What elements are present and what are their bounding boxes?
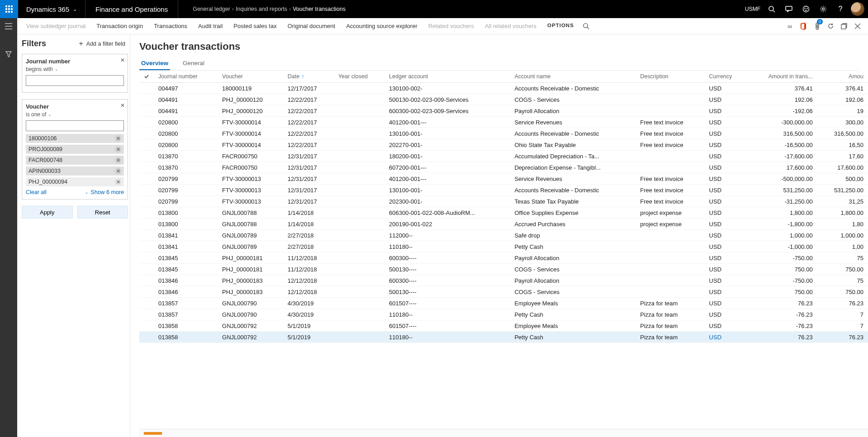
filter-value-input[interactable] <box>26 120 124 131</box>
row-select-cell[interactable] <box>139 275 154 286</box>
breadcrumb-item[interactable]: General ledger <box>193 6 230 12</box>
filter-pill[interactable]: FACR000748✕ <box>26 156 124 165</box>
tab-general[interactable]: General <box>181 57 206 70</box>
funnel-icon[interactable] <box>0 46 17 62</box>
table-row[interactable]: 00449718000011912/17/2017130100-002-Acco… <box>139 83 868 94</box>
column-header[interactable]: Account name <box>510 71 636 83</box>
table-row[interactable]: 020799FTV-3000001312/31/2017202300-001-T… <box>139 196 868 207</box>
apply-button[interactable]: Apply <box>22 206 73 218</box>
filter-pill[interactable]: APIN000033✕ <box>26 166 124 176</box>
row-select-cell[interactable] <box>139 151 154 162</box>
row-select-cell[interactable] <box>139 83 154 94</box>
column-header[interactable]: Year closed <box>334 71 384 83</box>
filter-operator-dropdown[interactable]: begins with⌄ <box>26 66 58 72</box>
breadcrumb-item[interactable]: Voucher transactions <box>293 6 346 12</box>
refresh-icon[interactable] <box>824 18 837 34</box>
filter-pill[interactable]: 180000106✕ <box>26 134 124 143</box>
column-header[interactable]: Voucher <box>218 71 283 83</box>
row-select-cell[interactable] <box>139 218 154 230</box>
attachments-icon[interactable]: 0 <box>810 18 824 34</box>
table-row[interactable]: 013846PHJ_0000018312/12/2018600300----Pa… <box>139 275 868 286</box>
breadcrumb-item[interactable]: Inquiries and reports <box>236 6 287 12</box>
action-transactions[interactable]: Transactions <box>154 23 187 29</box>
action-original-document[interactable]: Original document <box>288 23 336 29</box>
reset-button[interactable]: Reset <box>77 206 128 218</box>
table-row[interactable]: 013858GNJL0007925/1/2019110180--Petty Ca… <box>139 332 868 343</box>
row-select-cell[interactable] <box>139 128 154 139</box>
table-row[interactable]: 013846PHJ_0000018312/12/2018500130----CO… <box>139 286 868 298</box>
clear-all-link[interactable]: Clear all <box>26 189 47 195</box>
table-row[interactable]: 013870FACR00075012/31/2017607200-001---D… <box>139 162 868 173</box>
close-icon[interactable]: ✕ <box>120 102 125 109</box>
table-row[interactable]: 020799FTV-3000001312/31/2017130100-001-A… <box>139 185 868 196</box>
add-filter-button[interactable]: ＋Add a filter field <box>77 39 125 48</box>
table-row[interactable]: 004491PHJ_0000012012/22/2017500130-002-0… <box>139 94 868 105</box>
brand-dropdown[interactable]: Dynamics 365⌄ <box>18 0 85 18</box>
table-row[interactable]: 013845PHJ_0000018111/12/2018500130----CO… <box>139 264 868 275</box>
action-accounting-source-explorer[interactable]: Accounting source explorer <box>346 23 417 29</box>
search-icon[interactable] <box>763 0 780 18</box>
column-header[interactable]: Journal number <box>154 71 218 83</box>
row-select-cell[interactable] <box>139 286 154 298</box>
legal-entity-label[interactable]: USMF <box>745 6 760 12</box>
table-row[interactable]: 020799FTV-3000001312/31/2017401200-001--… <box>139 173 868 185</box>
close-icon[interactable] <box>851 18 864 34</box>
table-row[interactable]: 020800FTV-3000001412/22/2017130100-001-A… <box>139 128 868 139</box>
filter-pill[interactable]: PROJ000089✕ <box>26 145 124 154</box>
popout-icon[interactable] <box>837 18 851 34</box>
table-row[interactable]: 013841GNJL0007892/27/2018110180--Petty C… <box>139 241 868 252</box>
close-icon[interactable]: ✕ <box>120 57 125 63</box>
row-select-cell[interactable] <box>139 264 154 275</box>
row-select-cell[interactable] <box>139 241 154 252</box>
action-transaction-origin[interactable]: Transaction origin <box>96 23 143 29</box>
row-select-cell[interactable] <box>139 185 154 196</box>
column-header[interactable]: Amou <box>817 71 868 83</box>
user-avatar[interactable] <box>851 2 864 16</box>
row-select-cell[interactable] <box>139 230 154 241</box>
show-more-link[interactable]: ⌄Show 6 more <box>85 189 124 195</box>
column-header[interactable]: Description <box>636 71 704 83</box>
row-select-cell[interactable] <box>139 162 154 173</box>
row-select-cell[interactable] <box>139 196 154 207</box>
filter-operator-dropdown[interactable]: is one of⌄ <box>26 111 52 118</box>
row-select-cell[interactable] <box>139 94 154 105</box>
feedback-icon[interactable] <box>780 0 797 18</box>
tab-overview[interactable]: Overview <box>139 57 170 70</box>
row-select-cell[interactable] <box>139 117 154 128</box>
row-select-cell[interactable] <box>139 173 154 185</box>
row-select-cell[interactable] <box>139 139 154 151</box>
row-select-cell[interactable] <box>139 332 154 343</box>
close-icon[interactable]: ✕ <box>115 179 121 185</box>
options-button[interactable]: OPTIONS <box>547 23 574 29</box>
table-row[interactable]: 013870FACR00075012/31/2017180200-001-Acc… <box>139 151 868 162</box>
table-row[interactable]: 013800GNJL0007881/14/2018200190-001-022A… <box>139 218 868 230</box>
gear-icon[interactable] <box>815 0 832 18</box>
row-select-cell[interactable] <box>139 105 154 117</box>
row-select-cell[interactable] <box>139 320 154 332</box>
horizontal-scrollbar[interactable] <box>139 429 868 437</box>
column-header[interactable]: Date↑ <box>283 71 334 83</box>
row-select-cell[interactable] <box>139 309 154 320</box>
table-row[interactable]: 013845PHJ_0000018111/12/2018600300----Pa… <box>139 252 868 264</box>
row-select-cell[interactable] <box>139 207 154 218</box>
column-header[interactable]: Amount in trans... <box>747 71 817 83</box>
table-row[interactable]: 020800FTV-3000001412/22/2017401200-001--… <box>139 117 868 128</box>
search-action-icon[interactable] <box>579 18 593 34</box>
app-launcher-waffle-icon[interactable] <box>0 0 18 18</box>
help-icon[interactable]: ? <box>832 0 849 18</box>
close-icon[interactable]: ✕ <box>115 168 121 174</box>
office-icon[interactable] <box>797 18 810 34</box>
action-posted-sales-tax[interactable]: Posted sales tax <box>233 23 276 29</box>
filter-value-input[interactable] <box>26 75 124 86</box>
close-icon[interactable]: ✕ <box>115 135 121 142</box>
link-icon[interactable]: ∞ <box>783 18 797 34</box>
row-select-cell[interactable] <box>139 252 154 264</box>
select-all-header[interactable] <box>139 71 154 83</box>
column-header[interactable]: Ledger account <box>384 71 510 83</box>
table-row[interactable]: 013857GNJL0007904/30/2019110180--Petty C… <box>139 309 868 320</box>
row-select-cell[interactable] <box>139 298 154 309</box>
filter-pill[interactable]: PHJ_00000094✕ <box>26 177 124 186</box>
action-audit-trail[interactable]: Audit trail <box>198 23 223 29</box>
close-icon[interactable]: ✕ <box>115 157 121 163</box>
close-icon[interactable]: ✕ <box>115 146 121 152</box>
